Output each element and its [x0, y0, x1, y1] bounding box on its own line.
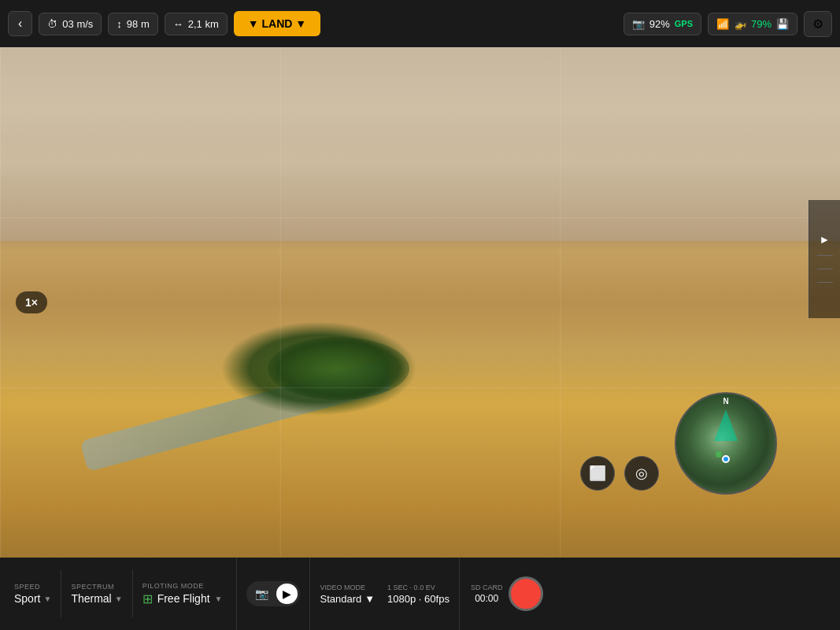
screenshot-icon: ⬜ — [589, 465, 606, 482]
altitude-tick-1 — [817, 255, 833, 256]
distance-indicator: ↔ 2,1 km — [165, 13, 228, 35]
battery-status: 📷 92% GPS — [624, 13, 701, 35]
land-label: ▼ LAND ▼ — [248, 17, 306, 30]
spectrum-mode-select[interactable]: Thermal ▼ — [71, 592, 122, 605]
speed-mode-value: Sport — [14, 592, 40, 605]
photo-toggle-option[interactable]: 📷 — [249, 584, 275, 604]
distance-icon: ↔ — [173, 18, 183, 30]
piloting-mode-icon: ⊞ — [142, 591, 153, 606]
spectrum-mode-group: SPECTRUM Thermal ▼ — [65, 583, 128, 605]
altitude-bar: ► — [809, 200, 840, 318]
bottom-controls-bar: SPEED Sport ▼ SPECTRUM Thermal ▼ PILOTIN… — [0, 558, 840, 630]
resolution-text: 1080p · 60fps — [387, 593, 450, 605]
spectrum-dropdown-arrow: ▼ — [115, 595, 123, 603]
sd-timer-param: SD CARD 00:00 — [471, 584, 503, 604]
speed-dropdown-arrow: ▼ — [43, 595, 51, 603]
mini-map-background: N — [676, 394, 775, 493]
video-mode-select[interactable]: Standard ▼ — [320, 593, 375, 605]
video-photo-toggle[interactable]: 📷 ▶ — [246, 581, 300, 606]
video-mode-param: VIDEO MODE Standard ▼ — [320, 584, 375, 605]
gear-icon: ⚙ — [812, 17, 823, 31]
height-icon: ↕ — [117, 18, 122, 30]
speed-value: 03 m/s — [62, 18, 93, 30]
zoom-value: 1× — [25, 296, 38, 309]
sd-card-label: SD CARD — [471, 584, 503, 591]
altitude-tick-2 — [817, 269, 833, 269]
mode-selectors: SPEED Sport ▼ SPECTRUM Thermal ▼ PILOTIN… — [0, 558, 237, 630]
wifi-icon: 📶 — [716, 18, 729, 30]
record-timer: 00:00 — [471, 593, 503, 604]
home-point-dot — [716, 451, 722, 458]
piloting-dropdown-arrow: ▼ — [215, 595, 223, 603]
video-settings-section: VIDEO MODE Standard ▼ 1 SEC · 0.0 EV 108… — [310, 558, 459, 630]
speed-indicator: ⏱ 03 m/s — [39, 13, 102, 35]
gps-label: GPS — [675, 19, 693, 28]
tracking-button[interactable]: ◎ — [624, 456, 659, 491]
drone-battery: 79% — [751, 18, 772, 30]
resolution-param: 1 SEC · 0.0 EV 1080p · 60fps — [387, 584, 450, 605]
video-toggle-section: 📷 ▶ — [237, 558, 310, 630]
piloting-mode-group: PILOTING MODE ⊞ Free Flight ▼ — [136, 582, 229, 606]
speed-mode-label: SPEED — [14, 583, 51, 591]
back-button[interactable]: ‹ — [8, 11, 32, 36]
height-indicator: ↕ 98 m — [108, 13, 157, 35]
speed-mode-select[interactable]: Sport ▼ — [14, 592, 51, 605]
main-view: 1× ► N ⬜ ◎ — [0, 47, 840, 558]
battery-pct: 92% — [649, 18, 670, 30]
spectrum-mode-value: Thermal — [71, 592, 111, 605]
spectrum-mode-label: SPECTRUM — [71, 583, 122, 591]
mini-map[interactable]: N — [675, 392, 777, 495]
separator-2 — [132, 570, 133, 617]
top-bar-right: 📷 92% GPS 📶 🚁 79% 💾 ⚙ — [624, 11, 832, 37]
drone-direction-arrow — [714, 410, 738, 441]
video-mode-dropdown-arrow: ▼ — [364, 593, 375, 605]
height-value: 98 m — [127, 18, 150, 30]
north-label: N — [723, 397, 728, 406]
sd-icon: 💾 — [776, 18, 789, 30]
video-mode-value: Standard — [320, 593, 361, 605]
resolution-value: 1080p · 60fps — [387, 593, 450, 605]
altitude-up-arrow: ► — [820, 233, 831, 246]
altitude-tick-3 — [817, 282, 833, 283]
drone-icon: 🚁 — [734, 18, 746, 30]
camera-controls: ⬜ ◎ — [580, 456, 659, 491]
distance-value: 2,1 km — [188, 18, 219, 30]
separator-1 — [61, 570, 61, 617]
screenshot-button[interactable]: ⬜ — [580, 456, 615, 491]
speed-icon: ⏱ — [47, 18, 57, 30]
record-section: SD CARD 00:00 — [460, 558, 555, 630]
video-mode-label: VIDEO MODE — [320, 584, 375, 591]
top-bar: ‹ ⏱ 03 m/s ↕ 98 m ↔ 2,1 km ▼ LAND ▼ 📷 92… — [0, 0, 840, 47]
signal-status: 📶 🚁 79% 💾 — [708, 13, 797, 35]
drone-position-dot — [722, 455, 730, 463]
tracking-icon: ◎ — [635, 465, 648, 482]
camera-icon: 📷 — [632, 18, 645, 30]
piloting-mode-label: PILOTING MODE — [142, 582, 223, 590]
record-button[interactable] — [509, 576, 543, 611]
back-icon: ‹ — [18, 17, 22, 31]
settings-button[interactable]: ⚙ — [804, 11, 832, 37]
zoom-indicator: 1× — [16, 291, 47, 313]
piloting-mode-select[interactable]: ⊞ Free Flight ▼ — [142, 591, 223, 606]
land-button[interactable]: ▼ LAND ▼ — [234, 11, 320, 36]
speed-mode-group: SPEED Sport ▼ — [8, 583, 57, 605]
video-toggle-option[interactable]: ▶ — [276, 584, 298, 604]
ev-label: 1 SEC · 0.0 EV — [387, 584, 450, 591]
piloting-mode-value: Free Flight — [157, 592, 210, 605]
